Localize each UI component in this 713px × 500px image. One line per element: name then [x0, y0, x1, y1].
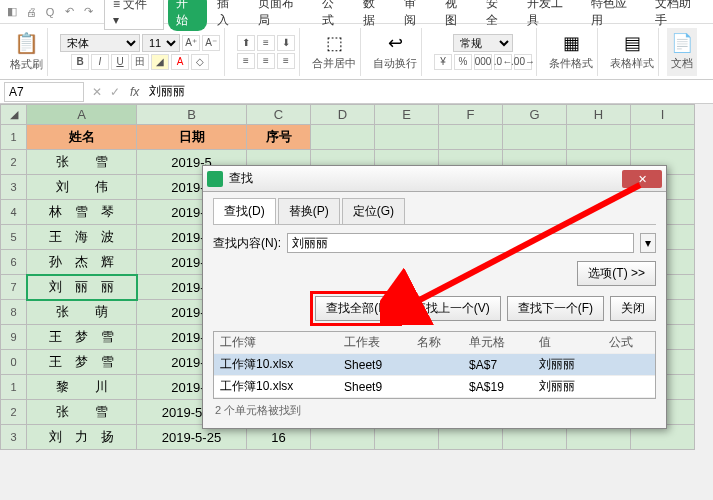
- result-header[interactable]: 公式: [603, 332, 655, 354]
- cell[interactable]: 刘 丽 丽: [27, 275, 137, 300]
- search-input[interactable]: [287, 233, 634, 253]
- decrease-font-icon[interactable]: A⁻: [202, 35, 220, 51]
- border-icon[interactable]: 田: [131, 54, 149, 70]
- cell[interactable]: 序号: [247, 125, 311, 150]
- result-header[interactable]: 名称: [411, 332, 463, 354]
- col-header-A[interactable]: A: [27, 105, 137, 125]
- select-all-corner[interactable]: ◢: [1, 105, 27, 125]
- tab-review[interactable]: 审阅: [396, 0, 435, 31]
- font-size-select[interactable]: 11: [142, 34, 180, 52]
- row-header[interactable]: 9: [1, 325, 27, 350]
- align-bot-icon[interactable]: ⬇: [277, 35, 295, 51]
- result-row[interactable]: 工作簿10.xlsxSheet9$A$7刘丽丽: [214, 354, 655, 376]
- row-header[interactable]: 1: [1, 375, 27, 400]
- tab-insert[interactable]: 插入: [209, 0, 248, 31]
- tab-developer[interactable]: 开发工具: [519, 0, 581, 31]
- cell[interactable]: [631, 125, 695, 150]
- find-next-button[interactable]: 查找下一个(F): [507, 296, 604, 321]
- fx-confirm-icon[interactable]: ✓: [106, 85, 124, 99]
- col-header-H[interactable]: H: [567, 105, 631, 125]
- align-mid-icon[interactable]: ≡: [257, 35, 275, 51]
- cell[interactable]: 黎 川: [27, 375, 137, 400]
- tab-goto[interactable]: 定位(G): [342, 198, 405, 224]
- row-header[interactable]: 1: [1, 125, 27, 150]
- condformat-icon[interactable]: ▦: [563, 32, 580, 54]
- col-header-E[interactable]: E: [375, 105, 439, 125]
- cell[interactable]: [567, 125, 631, 150]
- fx-icon[interactable]: fx: [124, 85, 145, 99]
- close-button[interactable]: 关闭: [610, 296, 656, 321]
- result-header[interactable]: 值: [533, 332, 603, 354]
- comma-icon[interactable]: 000: [474, 54, 492, 70]
- close-icon[interactable]: ✕: [622, 170, 662, 188]
- cell[interactable]: 刘 伟: [27, 175, 137, 200]
- font-name-select[interactable]: 宋体: [60, 34, 140, 52]
- tab-replace[interactable]: 替换(P): [278, 198, 340, 224]
- fill-color-icon[interactable]: ◢: [151, 54, 169, 70]
- merge-icon[interactable]: ⬚: [326, 32, 343, 54]
- paste-icon[interactable]: 📋: [14, 31, 39, 55]
- results-table[interactable]: 工作簿工作表名称单元格值公式工作簿10.xlsxSheet9$A$7刘丽丽工作簿…: [213, 331, 656, 399]
- row-header[interactable]: 5: [1, 225, 27, 250]
- dropdown-icon[interactable]: ▾: [640, 233, 656, 253]
- dialog-titlebar[interactable]: 查找 ✕: [203, 166, 666, 192]
- tab-find[interactable]: 查找(D): [213, 198, 276, 224]
- cell[interactable]: [439, 125, 503, 150]
- tab-data[interactable]: 数据: [355, 0, 394, 31]
- col-header-C[interactable]: C: [247, 105, 311, 125]
- row-header[interactable]: 2: [1, 150, 27, 175]
- dec-dec-icon[interactable]: .00→: [514, 54, 532, 70]
- cell[interactable]: 王 海 波: [27, 225, 137, 250]
- col-header-F[interactable]: F: [439, 105, 503, 125]
- bold-icon[interactable]: B: [71, 54, 89, 70]
- cell[interactable]: 王 梦 雪: [27, 350, 137, 375]
- cell[interactable]: [503, 125, 567, 150]
- col-header-I[interactable]: I: [631, 105, 695, 125]
- cell[interactable]: 孙 杰 辉: [27, 250, 137, 275]
- options-button[interactable]: 选项(T) >>: [577, 261, 656, 286]
- cell[interactable]: 林 雪 琴: [27, 200, 137, 225]
- qat-icon[interactable]: 🖨: [23, 4, 39, 20]
- tab-special[interactable]: 特色应用: [583, 0, 645, 31]
- formula-input[interactable]: [145, 83, 713, 101]
- cell[interactable]: 王 梦 雪: [27, 325, 137, 350]
- col-header-G[interactable]: G: [503, 105, 567, 125]
- row-header[interactable]: 2: [1, 400, 27, 425]
- name-box[interactable]: [4, 82, 84, 102]
- align-right-icon[interactable]: ≡: [277, 53, 295, 69]
- tab-home[interactable]: 开始: [168, 0, 207, 31]
- tablestyle-icon[interactable]: ▤: [624, 32, 641, 54]
- find-prev-button[interactable]: 查找上一个(V): [403, 296, 501, 321]
- row-header[interactable]: 0: [1, 350, 27, 375]
- font-color-icon[interactable]: A: [171, 54, 189, 70]
- file-menu[interactable]: ≡ 文件 ▾: [104, 0, 164, 30]
- tab-view[interactable]: 视图: [437, 0, 476, 31]
- tab-security[interactable]: 安全: [478, 0, 517, 31]
- cell[interactable]: 刘 力 扬: [27, 425, 137, 450]
- row-header[interactable]: 6: [1, 250, 27, 275]
- tab-formula[interactable]: 公式: [314, 0, 353, 31]
- cell[interactable]: 张 雪: [27, 150, 137, 175]
- row-header[interactable]: 3: [1, 175, 27, 200]
- col-header-D[interactable]: D: [311, 105, 375, 125]
- cell[interactable]: 张 萌: [27, 300, 137, 325]
- result-row[interactable]: 工作簿10.xlsxSheet9$A$19刘丽丽: [214, 376, 655, 398]
- qat-icon[interactable]: Q: [42, 4, 58, 20]
- cell[interactable]: 日期: [137, 125, 247, 150]
- currency-icon[interactable]: ¥: [434, 54, 452, 70]
- row-header[interactable]: 7: [1, 275, 27, 300]
- dec-inc-icon[interactable]: .0←: [494, 54, 512, 70]
- qat-icon[interactable]: ◧: [4, 4, 20, 20]
- italic-icon[interactable]: I: [91, 54, 109, 70]
- cell[interactable]: [375, 125, 439, 150]
- align-center-icon[interactable]: ≡: [257, 53, 275, 69]
- fx-cancel-icon[interactable]: ✕: [88, 85, 106, 99]
- row-header[interactable]: 4: [1, 200, 27, 225]
- qat-icon[interactable]: ↶: [61, 4, 77, 20]
- result-header[interactable]: 工作簿: [214, 332, 338, 354]
- result-header[interactable]: 工作表: [338, 332, 411, 354]
- row-header[interactable]: 8: [1, 300, 27, 325]
- row-header[interactable]: 3: [1, 425, 27, 450]
- underline-icon[interactable]: U: [111, 54, 129, 70]
- number-format-select[interactable]: 常规: [453, 34, 513, 52]
